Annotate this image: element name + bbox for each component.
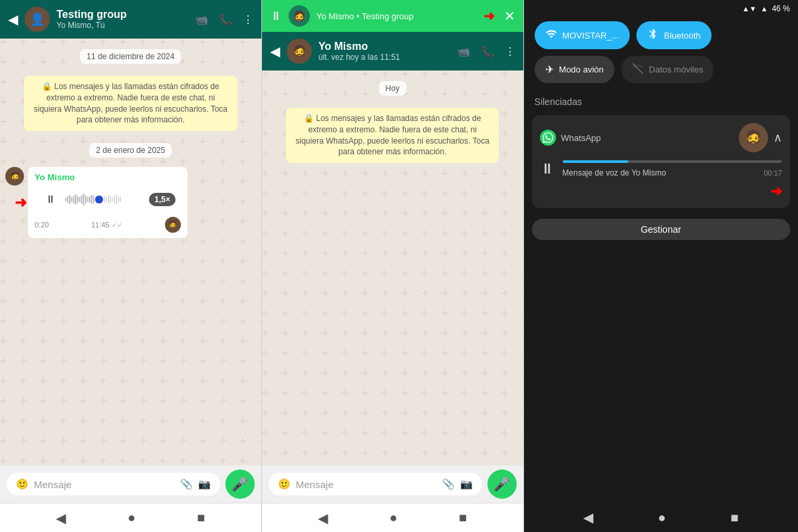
panel-individual-chat: ⏸ 🧔 Yo Mismo • Testing group ➜ ✕ ◀ 🧔 Yo … [262, 0, 524, 532]
airplane-toggle[interactable]: ✈ Modo avión [535, 56, 614, 83]
notif-pause-button[interactable]: ⏸ [540, 160, 555, 178]
nav-home-1[interactable]: ● [122, 505, 141, 531]
individual-chat-header: ◀ 🧔 Yo Mismo últ. vez hoy a las 11:51 📹 … [262, 32, 523, 70]
last-seen: últ. vez hoy a las 11:51 [319, 53, 450, 62]
more-options-icon-2[interactable]: ⋮ [505, 45, 515, 58]
voice-note-progress: Mensaje de voz de Yo Mismo 00:17 [563, 160, 782, 178]
close-voice-bar-button[interactable]: ✕ [504, 8, 515, 24]
speed-button[interactable]: 1,5× [149, 193, 176, 206]
emoji-icon-2[interactable]: 🙂 [278, 478, 291, 490]
pause-button[interactable]: ⏸ [40, 189, 61, 210]
group-name: Testing group [57, 9, 188, 21]
voice-note-label: Mensaje de voz de Yo Mismo [563, 168, 666, 178]
mobile-data-toggle[interactable]: Datos móviles [621, 56, 714, 83]
nav-back-1[interactable]: ◀ [51, 505, 71, 531]
nav-recent-2[interactable]: ■ [454, 505, 472, 531]
active-voice-bar: ⏸ 🧔 Yo Mismo • Testing group ➜ ✕ [262, 0, 523, 32]
chat-messages-area: 11 de diciembre de 2024 🔒 Los mensajes y… [0, 39, 261, 466]
date-badge-2: 2 de enero de 2025 [89, 143, 172, 158]
bluetooth-toggle-icon [647, 28, 659, 43]
navigation-bar-2: ◀ ● ■ [262, 503, 523, 532]
panel-group-chat: ◀ 👤 Testing group Yo Mismo, Tú 📹 📞 ⋮ 11 … [0, 0, 262, 532]
green-bar-text: Yo Mismo • Testing group [317, 11, 477, 21]
wifi-toggle[interactable]: MOVISTAR_... [535, 21, 630, 49]
camera-icon-2[interactable]: 📷 [460, 478, 473, 490]
contact-name: Yo Mismo [319, 41, 450, 53]
voice-note-time: 00:17 [763, 169, 782, 177]
header-info-2: Yo Mismo últ. vez hoy a las 11:51 [319, 41, 450, 62]
expand-notification-button[interactable]: ∧ [773, 130, 782, 145]
encryption-notice[interactable]: 🔒 Los mensajes y las llamadas están cifr… [24, 76, 237, 131]
mic-button[interactable]: 🎤 [225, 469, 255, 499]
status-bar-dark: ▲▼ ▲ 46 % [524, 0, 798, 13]
voice-message-bubble: Yo Mismo ⏸ [28, 167, 188, 238]
red-arrow-3-container: ➜ [540, 183, 782, 200]
airplane-toggle-icon: ✈ [545, 63, 554, 76]
nav-home-2[interactable]: ● [384, 505, 403, 531]
notif-sender-avatar: 🧔 [739, 123, 768, 152]
header-action-icons-2: 📹 📞 ⋮ [457, 45, 515, 58]
red-arrow-3: ➜ [770, 183, 782, 200]
nav-home-3[interactable]: ● [652, 505, 671, 531]
notification-body: ⏸ Mensaje de voz de Yo Mismo 00:17 [540, 158, 782, 180]
green-bar-avatar: 🧔 [289, 5, 310, 27]
message-placeholder: Mensaje [34, 479, 175, 490]
manage-notifications-button[interactable]: Gestionar [532, 219, 790, 240]
red-arrow-2: ➜ [483, 8, 495, 24]
voice-call-icon-2[interactable]: 📞 [481, 45, 494, 58]
bluetooth-toggle[interactable]: Bluetooth [636, 21, 712, 49]
mobile-data-label: Datos móviles [649, 65, 704, 74]
bluetooth-toggle-label: Bluetooth [664, 31, 701, 41]
red-arrow-1: ➜ [15, 194, 27, 211]
wifi-toggle-icon [545, 28, 557, 43]
nav-recent-1[interactable]: ■ [192, 505, 210, 531]
attach-icon-2[interactable]: 📎 [442, 478, 455, 490]
emoji-icon[interactable]: 🙂 [16, 478, 29, 490]
app-name-label: WhatsApp [561, 133, 733, 143]
time-total: 11:45 [91, 221, 110, 229]
camera-icon[interactable]: 📷 [198, 478, 211, 490]
individual-chat-messages: Hoy 🔒 Los mensajes y las llamadas están … [262, 70, 523, 466]
notif-waveform-bar [563, 160, 782, 163]
green-bar-pause[interactable]: ⏸ [270, 9, 282, 23]
wifi-icon: ▲ [761, 5, 768, 13]
time-current: 0:20 [35, 221, 49, 229]
back-button-2[interactable]: ◀ [270, 43, 280, 59]
message-input-bar-2: 🙂 Mensaje 📎 📷 🎤 [262, 466, 523, 503]
group-chat-header: ◀ 👤 Testing group Yo Mismo, Tú 📹 📞 ⋮ [0, 0, 261, 39]
panel-notification-shade: ▲▼ ▲ 46 % MOVISTAR_... Bluetooth ✈ Modo … [524, 0, 798, 532]
battery-text: 46 % [772, 4, 790, 13]
encryption-notice-2[interactable]: 🔒 Los mensajes y las llamadas están cifr… [286, 108, 499, 163]
voice-message-footer: 0:20 11:45 ✓✓ 🧔 [35, 217, 181, 233]
navigation-bar-1: ◀ ● ■ [0, 503, 261, 532]
contact-avatar: 🧔 [287, 39, 312, 64]
mobile-data-icon [632, 63, 644, 76]
signal-icon: ▲▼ [742, 5, 757, 13]
quick-toggles-grid: MOVISTAR_... Bluetooth ✈ Modo avión Dato… [524, 13, 798, 91]
message-placeholder-2: Mensaje [296, 479, 437, 490]
video-call-icon[interactable]: 📹 [195, 13, 208, 26]
notif-footer: Mensaje de voz de Yo Mismo 00:17 [563, 168, 782, 178]
message-input-bar: 🙂 Mensaje 📎 📷 🎤 [0, 466, 261, 503]
message-input-field[interactable]: 🙂 Mensaje 📎 📷 [7, 473, 220, 495]
date-badge-today: Hoy [379, 81, 406, 96]
back-button[interactable]: ◀ [8, 11, 18, 27]
whatsapp-notification-card: WhatsApp 🧔 ∧ ⏸ Mensaje de voz de Yo Mism… [532, 115, 790, 208]
nav-back-2[interactable]: ◀ [313, 505, 333, 531]
more-options-icon[interactable]: ⋮ [243, 13, 253, 26]
attach-icon[interactable]: 📎 [180, 478, 193, 490]
nav-back-3[interactable]: ◀ [578, 504, 598, 531]
group-members: Yo Mismo, Tú [57, 21, 188, 30]
date-badge-1: 11 de diciembre de 2024 [80, 49, 181, 64]
airplane-toggle-label: Modo avión [559, 65, 604, 74]
sender-avatar: 🧔 [5, 167, 24, 186]
message-input-field-2[interactable]: 🙂 Mensaje 📎 📷 [269, 473, 482, 495]
mic-button-2[interactable]: 🎤 [487, 469, 517, 499]
voice-call-icon[interactable]: 📞 [219, 13, 232, 26]
notification-header: WhatsApp 🧔 ∧ [540, 123, 782, 152]
video-call-icon-2[interactable]: 📹 [457, 45, 470, 58]
nav-recent-3[interactable]: ■ [726, 505, 744, 531]
waveform-container[interactable] [65, 192, 145, 207]
header-info: Testing group Yo Mismo, Tú [57, 9, 188, 30]
voice-message-row: 🧔 Yo Mismo ⏸ [5, 167, 188, 238]
